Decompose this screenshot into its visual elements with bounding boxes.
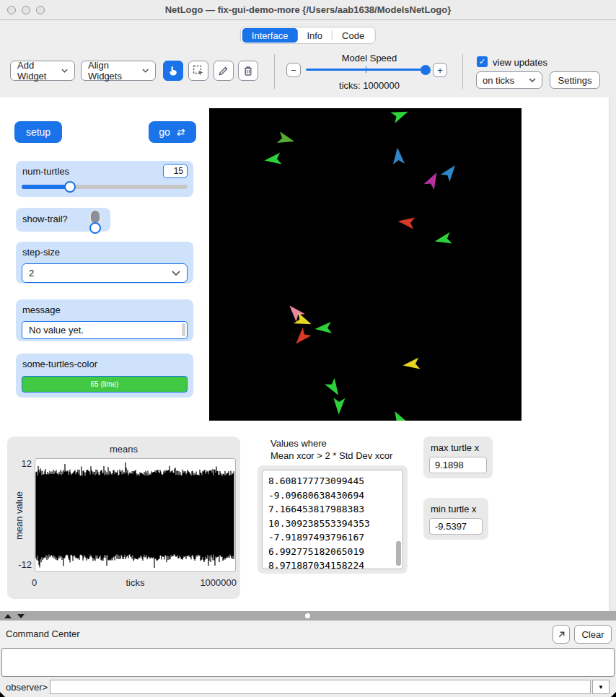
world-view[interactable] — [209, 108, 522, 421]
trash-icon — [242, 65, 254, 76]
show-trail-switch[interactable] — [89, 209, 102, 231]
turtle — [315, 322, 333, 333]
update-mode-dropdown[interactable]: on ticks — [476, 71, 542, 89]
output-caption: Values where Mean xcor > 2 * Std Dev xco… — [270, 437, 392, 462]
num-turtles-slider-widget: num-turtles 15 — [16, 161, 193, 197]
clear-button[interactable]: Clear — [574, 625, 612, 644]
marquee-select-icon — [193, 65, 204, 76]
message-input[interactable]: No value yet. — [22, 321, 188, 339]
forever-icon — [176, 128, 186, 137]
speed-faster-button[interactable]: + — [433, 63, 447, 77]
color-picker-widget: some-turtles-color 65 (lime) — [16, 354, 193, 398]
plot-xmax-label: 1000000 — [200, 577, 237, 588]
show-trail-switch-widget: show-trail? — [16, 208, 110, 232]
chevron-down-icon — [142, 69, 149, 73]
align-widgets-label: Align Widgets — [88, 60, 142, 82]
canvas-scrollbar-track[interactable] — [609, 97, 616, 611]
num-turtles-label: num-turtles — [22, 166, 69, 177]
means-plot-widget: means 12 -12 mean value 0 ticks 1000000 — [7, 437, 240, 599]
turtle — [296, 328, 311, 343]
add-widget-dropdown[interactable]: Add Widget — [10, 61, 75, 81]
command-center-splitter[interactable] — [0, 611, 616, 621]
pencil-icon — [218, 65, 229, 76]
turtle — [333, 398, 345, 414]
output-text-area[interactable]: 8.608177773099445 -9.09680638430694 7.16… — [262, 470, 403, 569]
color-value-label: 65 (lime) — [91, 380, 119, 388]
clear-label: Clear — [581, 629, 604, 640]
splitter-down-icon[interactable] — [17, 614, 25, 618]
turtle — [395, 411, 408, 421]
minus-label: − — [291, 66, 296, 75]
delete-tool-button[interactable] — [238, 61, 258, 81]
show-trail-label: show-trail? — [22, 214, 68, 224]
speed-slower-button[interactable]: − — [286, 63, 301, 77]
chevron-down-icon — [172, 271, 180, 276]
plot-area — [35, 458, 236, 572]
monitor-value: 9.1898 — [429, 457, 487, 473]
step-size-chooser-widget: step-size 2 — [16, 242, 193, 284]
window-title: NetLogo — fix-gui-demo-more {/Users/aab1… — [0, 4, 616, 15]
settings-button[interactable]: Settings — [550, 71, 600, 89]
chevron-down-icon — [529, 78, 536, 82]
hand-tool-button[interactable] — [163, 61, 183, 81]
plot-title: means — [7, 444, 240, 455]
monitor-label: min turtle x — [431, 504, 477, 514]
min-turtle-x-monitor: min turtle x -9.5397 — [423, 498, 488, 540]
splitter-up-icon[interactable] — [4, 614, 12, 618]
speed-slider[interactable] — [306, 69, 430, 71]
output-caption-line1: Values where — [270, 437, 392, 450]
command-center-popout-button[interactable] — [553, 625, 570, 644]
command-center-output[interactable] — [1, 648, 615, 677]
output-widget: 8.608177773099445 -9.09680638430694 7.16… — [258, 465, 408, 574]
step-size-dropdown[interactable]: 2 — [22, 263, 188, 283]
output-values: 8.608177773099445 -9.09680638430694 7.16… — [268, 474, 370, 569]
go-button[interactable]: go — [149, 121, 196, 143]
turtle — [277, 131, 294, 143]
update-mode-value: on ticks — [483, 75, 514, 86]
view-updates-label: view updates — [493, 57, 547, 68]
align-widgets-dropdown[interactable]: Align Widgets — [81, 61, 156, 81]
output-caption-line2: Mean xcor > 2 * Std Dev xcor — [270, 450, 392, 462]
turtle — [403, 357, 421, 369]
top-chrome: Interface Info Code Add Widget Align Wid… — [0, 21, 616, 97]
num-turtles-value[interactable]: 15 — [163, 164, 188, 178]
speed-slider-thumb[interactable] — [421, 65, 431, 75]
message-input-widget: message No value yet. — [16, 299, 193, 341]
turtle — [424, 172, 437, 190]
popout-arrow-icon — [557, 630, 566, 639]
select-widgets-tool-button[interactable] — [188, 61, 208, 81]
interface-canvas: setup go num-turtles 15 show-trail? step… — [0, 97, 616, 611]
command-input[interactable] — [50, 680, 591, 694]
step-size-value: 2 — [29, 268, 34, 279]
output-scrollbar-thumb[interactable] — [396, 541, 401, 566]
go-label: go — [159, 126, 170, 138]
turtle — [398, 218, 415, 229]
color-swatch-button[interactable]: 65 (lime) — [22, 376, 188, 393]
step-size-label: step-size — [22, 247, 60, 258]
turtle — [393, 148, 405, 165]
observer-prompt-label: observer> — [6, 682, 48, 693]
num-turtles-track[interactable] — [22, 185, 188, 189]
turtle — [441, 165, 456, 182]
speed-slider-tick — [366, 66, 366, 73]
view-updates-checkbox[interactable]: ✓ — [477, 56, 488, 67]
hand-icon — [167, 65, 179, 76]
setup-button[interactable]: setup — [14, 121, 62, 143]
tab-info[interactable]: Info — [297, 28, 332, 43]
num-turtles-thumb[interactable] — [64, 181, 76, 193]
resize-grip-right — [611, 692, 616, 697]
tab-code[interactable]: Code — [333, 28, 374, 43]
check-icon: ✓ — [479, 57, 485, 66]
dropdown-arrow-icon: ▼ — [598, 684, 604, 691]
title-bar: NetLogo — fix-gui-demo-more {/Users/aab1… — [0, 0, 616, 20]
edit-tool-button[interactable] — [214, 61, 234, 81]
splitter-handle-dot[interactable] — [305, 613, 310, 618]
turtle — [325, 378, 338, 395]
max-turtle-x-monitor: max turtle x 9.1898 — [423, 437, 493, 478]
switch-handle[interactable] — [89, 222, 101, 234]
settings-label: Settings — [558, 75, 592, 86]
turtle — [265, 152, 282, 164]
tab-interface[interactable]: Interface — [242, 28, 298, 43]
plot-series — [35, 459, 235, 571]
command-history-dropdown[interactable]: ▼ — [592, 680, 610, 694]
